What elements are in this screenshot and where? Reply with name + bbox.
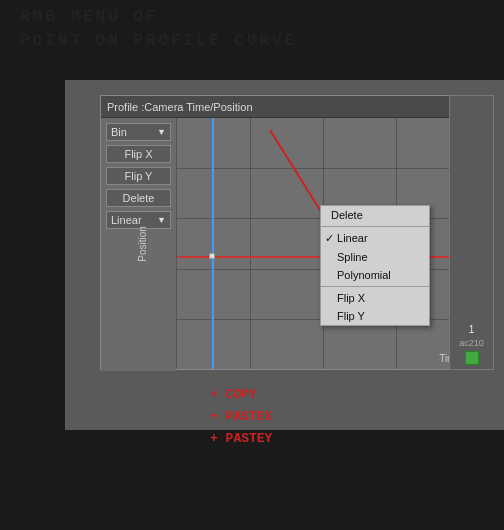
context-menu: Delete ✓ Linear Spline Polynomial Flip X… bbox=[320, 205, 430, 326]
bin-dropdown[interactable]: Bin ▼ bbox=[106, 123, 171, 141]
annotation-pastex: + PASTEX bbox=[210, 406, 272, 428]
flipx-button[interactable]: Flip X bbox=[106, 145, 171, 163]
annotation-pastey: + PASTEY bbox=[210, 428, 272, 450]
ctx-polynomial[interactable]: Polynomial bbox=[321, 266, 429, 284]
ctx-spline[interactable]: Spline bbox=[321, 248, 429, 266]
profile-title: Profile :Camera Time/Position bbox=[107, 101, 253, 113]
profile-titlebar: Profile :Camera Time/Position × bbox=[101, 96, 469, 118]
curve-point[interactable] bbox=[209, 253, 215, 259]
ctx-flipy[interactable]: Flip Y bbox=[321, 307, 429, 325]
delete-button[interactable]: Delete bbox=[106, 189, 171, 207]
right-panel-number: 1 bbox=[469, 324, 475, 335]
annotation-line1: RMB MENU OF bbox=[20, 8, 159, 26]
interp-dropdown-arrow: ▼ bbox=[157, 215, 166, 225]
right-panel: 1 ac210 bbox=[449, 95, 494, 370]
blue-vertical-line bbox=[212, 118, 214, 369]
bin-dropdown-arrow: ▼ bbox=[157, 127, 166, 137]
annotation-line2: POINT ON PROFILE CURVE bbox=[20, 32, 297, 50]
ctx-separator-1 bbox=[321, 226, 429, 227]
ctx-delete[interactable]: Delete bbox=[321, 206, 429, 224]
ctx-linear[interactable]: ✓ Linear bbox=[321, 229, 429, 248]
annotation-copy: + COPY bbox=[210, 384, 272, 406]
flipy-button[interactable]: Flip Y bbox=[106, 167, 171, 185]
ctx-separator-2 bbox=[321, 286, 429, 287]
y-axis-label: Position bbox=[137, 226, 148, 262]
green-indicator[interactable] bbox=[465, 351, 479, 365]
ctx-flipx[interactable]: Flip X bbox=[321, 289, 429, 307]
annotation-bottom: + COPY + PASTEX + PASTEY bbox=[210, 384, 272, 450]
right-panel-subtext: ac210 bbox=[459, 338, 484, 348]
